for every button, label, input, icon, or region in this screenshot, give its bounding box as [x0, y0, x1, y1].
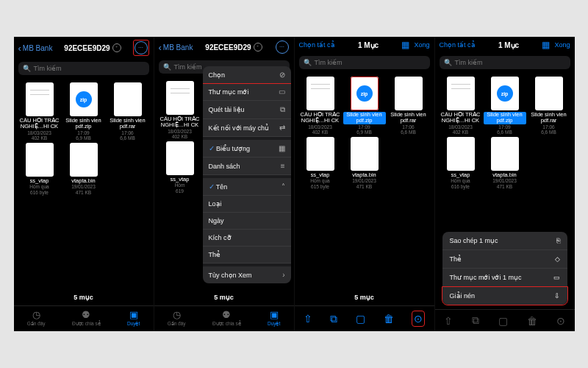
grid-icon[interactable]: ▦: [401, 40, 409, 50]
tab-browse[interactable]: ▣Duyệt: [127, 309, 140, 327]
file-item[interactable]: vtapta.bin 19/01/2023 471 KB: [484, 137, 526, 190]
menu-item[interactable]: ✓ Biểu tượng ▦: [203, 140, 291, 158]
done-button[interactable]: Xong: [554, 41, 570, 49]
more-icon[interactable]: ⊙: [412, 311, 425, 327]
file-date: 17:09: [358, 124, 370, 130]
folder-title: 92ECEE9D29 ˅: [193, 43, 274, 52]
menu-item[interactable]: Loại: [203, 196, 291, 213]
folder-icon: ▣: [129, 309, 138, 320]
context-item[interactable]: Giải nén ⇩: [442, 286, 568, 305]
file-thumb[interactable]: [306, 137, 334, 171]
chevron-down-icon[interactable]: ˅: [254, 43, 262, 52]
move-icon[interactable]: ▢: [356, 313, 365, 325]
file-item[interactable]: Slide sinh vien pdf.rar 17:06 6,6 MB: [107, 82, 149, 141]
more-menu-button[interactable]: ⋯: [275, 40, 290, 54]
file-thumb[interactable]: [114, 82, 142, 116]
context-item[interactable]: Thư mục mới với 1 mục ▭: [442, 269, 567, 287]
tab-recent[interactable]: ◷Gần đây: [168, 309, 186, 327]
menu-item[interactable]: Chọn ⊘: [203, 66, 291, 84]
folder-icon: ▣: [270, 309, 279, 320]
file-item[interactable]: Slide sinh vien pdf.rar 17:06 6,6 MB: [528, 77, 570, 135]
duplicate-icon[interactable]: ⧉: [330, 313, 337, 325]
search-input[interactable]: 🔍 Tìm kiếm: [18, 62, 149, 75]
file-item[interactable]: Slide sinh vien pdf.rar 17:06 6,6 MB: [387, 77, 430, 135]
menu-item[interactable]: Thẻ: [203, 247, 291, 263]
file-item[interactable]: zip Slide sinh vien pdf.zip 17:09 6,9 MB: [62, 82, 105, 141]
file-thumb-doc[interactable]: [166, 81, 194, 115]
file-date: 17:06: [542, 124, 554, 130]
file-item[interactable]: CÂU HỎI TRẮC NGHIỆ…HI CK 18/03/2023 402 …: [299, 77, 342, 135]
menu-item[interactable]: Kích cỡ: [203, 230, 291, 247]
file-item[interactable]: ss_vtap Hôm qua 616 byte: [440, 137, 482, 190]
tab-browse[interactable]: ▣Duyệt: [268, 309, 280, 327]
chevron-left-icon: ‹: [18, 43, 21, 54]
file-thumb-doc[interactable]: [447, 77, 475, 110]
file-name: CÂU HỎI TRẮC NGHIỆ…HI CK: [19, 118, 60, 130]
menu-item[interactable]: Tùy chọn Xem ›: [203, 266, 291, 283]
file-thumb-zip[interactable]: zip: [70, 82, 98, 116]
file-thumb[interactable]: [351, 137, 379, 171]
more-menu-button[interactable]: ⋯: [133, 40, 149, 56]
menu-item[interactable]: Danh sách ≡: [203, 158, 291, 175]
tab-shared[interactable]: ⚉Được chia sẻ: [212, 309, 241, 327]
tab-shared[interactable]: ⚉Được chia sẻ: [72, 309, 101, 327]
file-thumb[interactable]: [491, 137, 519, 171]
menu-item-icon: ›: [282, 271, 284, 279]
file-item[interactable]: zip Slide sinh vien pdf.zip 17:09 6,6 MB: [484, 77, 526, 135]
menu-item[interactable]: Thư mục mới ▭: [203, 83, 291, 101]
file-thumb-doc[interactable]: [306, 77, 334, 110]
duplicate-icon[interactable]: ⧉: [472, 314, 479, 327]
search-input[interactable]: 🔍 Tìm kiếm: [440, 56, 570, 69]
back-button[interactable]: ‹ MB Bank: [159, 42, 193, 53]
select-all-button[interactable]: Chọn tất cả: [440, 41, 476, 49]
file-thumb[interactable]: [535, 77, 563, 110]
done-button[interactable]: Xong: [414, 41, 429, 49]
back-button[interactable]: ‹ MB Bank: [18, 43, 53, 54]
file-thumb[interactable]: [447, 137, 475, 171]
menu-item[interactable]: Kết nối với máy chủ ⇄: [203, 119, 291, 137]
chevron-down-icon[interactable]: ˅: [112, 43, 121, 52]
file-thumb-zip[interactable]: zip: [491, 77, 519, 110]
file-item[interactable]: ss_vtap Hôm qua 616 byte: [18, 143, 61, 196]
check-icon: ✓: [209, 183, 215, 191]
search-icon: 🔍: [444, 59, 452, 66]
file-thumb[interactable]: [166, 141, 194, 175]
file-thumb[interactable]: [395, 77, 423, 110]
move-icon[interactable]: ▢: [498, 315, 508, 327]
file-thumb[interactable]: [26, 143, 54, 177]
file-thumb[interactable]: [70, 143, 98, 177]
file-date: 17:09: [498, 124, 510, 130]
trash-icon[interactable]: 🗑: [527, 315, 537, 327]
context-item[interactable]: Sao chép 1 mục ⎘: [442, 232, 567, 250]
file-item[interactable]: CÂU HỎI TRẮC NGHIỆ…HI CK 18/03/2023 402 …: [159, 81, 201, 140]
menu-item-icon: ▦: [279, 144, 285, 152]
file-thumb-zip[interactable]: zip: [351, 77, 379, 110]
file-item[interactable]: CÂU HỎI TRẮC NGHIỆ…HI CK 18/03/2023 402 …: [18, 82, 61, 141]
menu-item[interactable]: Quét tài liệu ⧉: [203, 101, 291, 119]
file-item[interactable]: ss_vtap Hôm 619: [159, 141, 201, 194]
file-item[interactable]: zip Slide sinh vien pdf.zip 17:09 6,9 MB: [343, 77, 386, 135]
file-date: 17:06: [121, 130, 133, 136]
search-input[interactable]: 🔍 Tìm kiếm: [299, 56, 430, 69]
tab-recent[interactable]: ◷Gần đây: [27, 309, 46, 327]
share-icon[interactable]: ⇧: [304, 313, 312, 325]
select-all-button[interactable]: Chọn tất cả: [299, 41, 335, 49]
file-item[interactable]: vtapta.bin 19/01/2023 471 KB: [62, 143, 105, 196]
trash-icon[interactable]: 🗑: [384, 313, 394, 325]
more-icon[interactable]: ⊙: [556, 315, 565, 327]
grid-icon[interactable]: ▦: [542, 40, 550, 50]
search-icon: 🔍: [163, 63, 171, 71]
file-item[interactable]: CÂU HỎI TRẮC NGHIỆ…HI CK 18/03/2023 402 …: [440, 77, 482, 135]
menu-item[interactable]: Ngày: [203, 213, 291, 230]
context-item[interactable]: Thẻ ◇: [442, 250, 567, 269]
file-item[interactable]: ss_vtap Hôm qua 615 byte: [299, 137, 342, 190]
file-size: 402 KB: [312, 130, 328, 135]
people-icon: ⚉: [82, 309, 90, 320]
file-item[interactable]: vtapta.bin 19/01/2023 471 KB: [343, 137, 386, 190]
share-icon[interactable]: ⇧: [444, 315, 453, 327]
file-size: 471 KB: [356, 184, 372, 190]
check-icon: ✓: [209, 144, 215, 152]
file-thumb-doc[interactable]: [26, 82, 54, 116]
menu-item[interactable]: ✓ Tên ˄: [203, 178, 291, 196]
file-name: vtapta.bin: [352, 172, 376, 178]
